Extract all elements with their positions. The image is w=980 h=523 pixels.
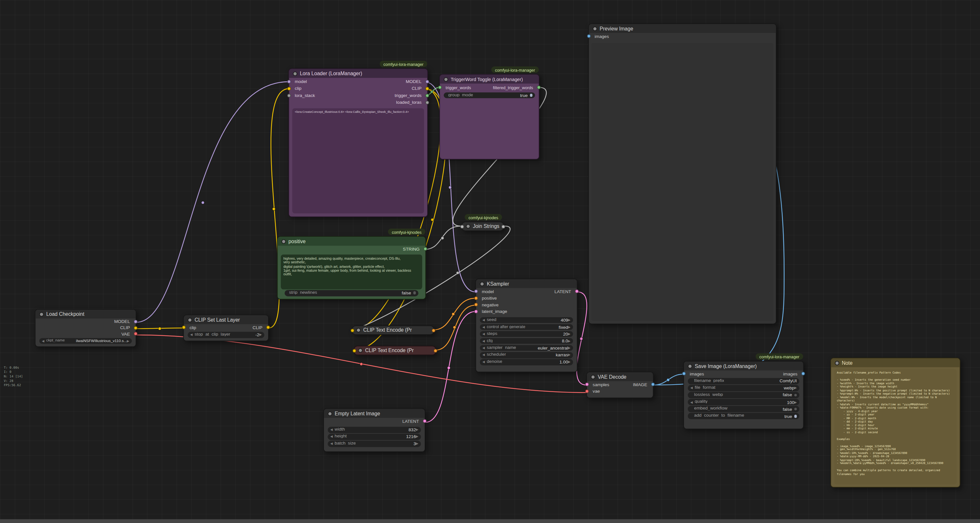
combo-right-arrow-icon[interactable]: ▶ <box>127 339 129 342</box>
combo-right-arrow-icon[interactable]: ▶ <box>416 428 418 431</box>
combo-right-arrow-icon[interactable]: ▶ <box>568 347 571 350</box>
node-save-image[interactable]: comfyui-lora-manager Save Image (LoraMan… <box>683 361 804 429</box>
output-port-vae[interactable] <box>134 332 138 336</box>
node-load-checkpoint[interactable]: Load Checkpoint MODEL CLIP VAE ◀ ckpt_na… <box>35 309 136 347</box>
node-lora-loader[interactable]: comfyui-lora-manager Lora Loader (LoraMa… <box>289 68 428 217</box>
combo-left-arrow-icon[interactable]: ◀ <box>190 333 193 336</box>
node-preview-image[interactable]: Preview Image images <box>588 23 776 324</box>
widget-file-format[interactable]: ◀ file_format webp ▶ <box>688 385 800 391</box>
node-title-bar[interactable]: CLIP Set Last Layer <box>184 315 268 324</box>
combo-right-arrow-icon[interactable]: ▶ <box>416 442 418 445</box>
combo-left-arrow-icon[interactable]: ◀ <box>482 325 485 329</box>
toggle-off-icon[interactable] <box>794 407 797 410</box>
collapse-dot-icon[interactable] <box>293 71 298 76</box>
combo-left-arrow-icon[interactable]: ◀ <box>690 401 693 404</box>
input-port[interactable] <box>351 328 355 332</box>
toggle-off-icon[interactable] <box>413 292 416 295</box>
toggle-off-icon[interactable] <box>794 394 797 396</box>
widget-ckpt-name[interactable]: ◀ ckpt_name ilwaiNSFWIllustrious_v110.s.… <box>39 338 132 344</box>
output-port-trigger-words[interactable] <box>425 94 429 97</box>
input-port[interactable] <box>353 349 356 352</box>
collapse-dot-icon[interactable] <box>188 317 192 322</box>
node-title-bar[interactable]: Empty Latent Image <box>324 409 425 418</box>
collapse-dot-icon[interactable] <box>466 224 470 228</box>
combo-right-arrow-icon[interactable]: ▶ <box>794 401 797 404</box>
collapse-dot-icon[interactable] <box>591 374 595 379</box>
input-port-trigger-words[interactable] <box>438 86 442 89</box>
output-port-clip[interactable] <box>134 326 138 330</box>
output-port[interactable] <box>432 328 436 332</box>
combo-right-arrow-icon[interactable]: ▶ <box>794 387 797 390</box>
prompt-text-area[interactable]: highres, very detailed, amazing quality,… <box>281 255 422 289</box>
widget-lossless-webp[interactable]: lossless_webp false <box>688 392 800 398</box>
collapse-dot-icon[interactable] <box>444 77 448 81</box>
output-port-clip[interactable] <box>266 325 270 330</box>
node-vae-decode[interactable]: VAE Decode samples IMAGE vae <box>586 372 654 398</box>
widget-sampler-name[interactable]: ◀ sampler_name euler_ancestral ▶ <box>480 345 573 351</box>
input-port-model[interactable] <box>474 290 478 293</box>
node-clip-text-encode-negative[interactable]: CLIP Text Encode (Pr <box>354 345 436 355</box>
node-join-strings[interactable]: comfyui-kjnodes Join Strings <box>461 222 504 231</box>
toggle-on-icon[interactable] <box>530 94 533 97</box>
input-port-vae[interactable] <box>585 389 589 393</box>
node-empty-latent-image[interactable]: Empty Latent Image LATENT ◀ width 832 ▶ … <box>323 409 425 452</box>
widget-width[interactable]: ◀ width 832 ▶ <box>328 427 421 433</box>
widget-denoise[interactable]: ◀ denoise 1.00 ▶ <box>480 359 573 365</box>
collapse-dot-icon[interactable] <box>39 312 44 317</box>
combo-right-arrow-icon[interactable]: ▶ <box>568 319 571 322</box>
combo-right-arrow-icon[interactable]: ▶ <box>568 339 571 343</box>
combo-left-arrow-icon[interactable]: ◀ <box>42 339 45 342</box>
combo-right-arrow-icon[interactable]: ▶ <box>568 325 571 329</box>
node-title-bar[interactable]: positive <box>278 237 425 246</box>
combo-left-arrow-icon[interactable]: ◀ <box>482 339 485 343</box>
widget-add-counter-to-filename[interactable]: add_counter_to_filename true <box>688 413 800 419</box>
combo-left-arrow-icon[interactable]: ◀ <box>482 319 485 322</box>
output-port-image[interactable] <box>651 383 655 387</box>
input-port-images[interactable] <box>682 372 686 376</box>
output-port-images[interactable] <box>801 372 805 376</box>
widget-strip-newlines[interactable]: strip_newlines false <box>285 290 418 296</box>
combo-left-arrow-icon[interactable]: ◀ <box>330 435 333 438</box>
loras-text-area[interactable]: <lora:CreateConcept_Illustrious:0.8> <lo… <box>292 108 424 213</box>
input-port-positive[interactable] <box>474 296 478 300</box>
widget-stop-at-clip-layer[interactable]: ◀ stop_at_clip_layer -2 ▶ <box>188 332 264 338</box>
toggle-on-icon[interactable] <box>794 415 797 418</box>
widget-height[interactable]: ◀ height 1216 ▶ <box>328 434 421 440</box>
node-title-bar[interactable]: KSampler <box>476 279 577 288</box>
collapse-dot-icon[interactable] <box>835 361 840 365</box>
widget-cfg[interactable]: ◀ cfg 8.0 ▶ <box>480 338 573 344</box>
combo-right-arrow-icon[interactable]: ▶ <box>568 332 571 336</box>
collapse-dot-icon[interactable] <box>593 26 597 31</box>
combo-right-arrow-icon[interactable]: ▶ <box>568 361 571 364</box>
input-port-model[interactable] <box>287 79 291 83</box>
output-port-loaded-loras[interactable] <box>425 100 429 105</box>
widget-seed[interactable]: ◀ seed 409 ▶ <box>480 317 573 323</box>
output-port-latent[interactable] <box>423 419 427 423</box>
output-port[interactable] <box>501 224 506 228</box>
input-port-lora-stack[interactable] <box>287 94 291 97</box>
output-port-model[interactable] <box>134 320 138 323</box>
output-port-model[interactable] <box>425 79 429 83</box>
combo-left-arrow-icon[interactable]: ◀ <box>690 387 693 390</box>
combo-left-arrow-icon[interactable]: ◀ <box>482 347 485 350</box>
collapse-dot-icon[interactable] <box>282 239 286 244</box>
combo-left-arrow-icon[interactable]: ◀ <box>482 332 485 336</box>
collapse-dot-icon[interactable] <box>358 348 363 353</box>
widget-filename-prefix[interactable]: filename_prefix ComfyUI <box>688 378 800 384</box>
combo-right-arrow-icon[interactable]: ▶ <box>259 333 262 336</box>
node-title-bar[interactable]: TriggerWord Toggle (LoraManager) <box>440 74 539 83</box>
combo-right-arrow-icon[interactable]: ▶ <box>568 353 571 357</box>
note-text-area[interactable]: Available filename_prefix Pattern Codes … <box>834 369 957 484</box>
node-title-bar[interactable]: Save Image (LoraManager) <box>684 361 803 370</box>
collapse-dot-icon[interactable] <box>480 281 484 286</box>
widget-scheduler[interactable]: ◀ scheduler karras ▶ <box>480 352 573 358</box>
widget-control-after-generate[interactable]: ◀ control after generate fixed ▶ <box>480 324 573 330</box>
node-title-bar[interactable]: Lora Loader (LoraManager) <box>289 69 427 78</box>
output-port-filtered-trigger-words[interactable] <box>537 86 541 89</box>
node-positive-prompt[interactable]: comfyui-kjnodes positive STRING highres,… <box>277 236 426 299</box>
node-title-bar[interactable]: Note <box>831 358 959 367</box>
node-title-bar[interactable]: Preview Image <box>589 24 776 33</box>
input-port-clip[interactable] <box>182 325 186 330</box>
collapse-dot-icon[interactable] <box>688 364 692 368</box>
combo-left-arrow-icon[interactable]: ◀ <box>330 428 333 431</box>
